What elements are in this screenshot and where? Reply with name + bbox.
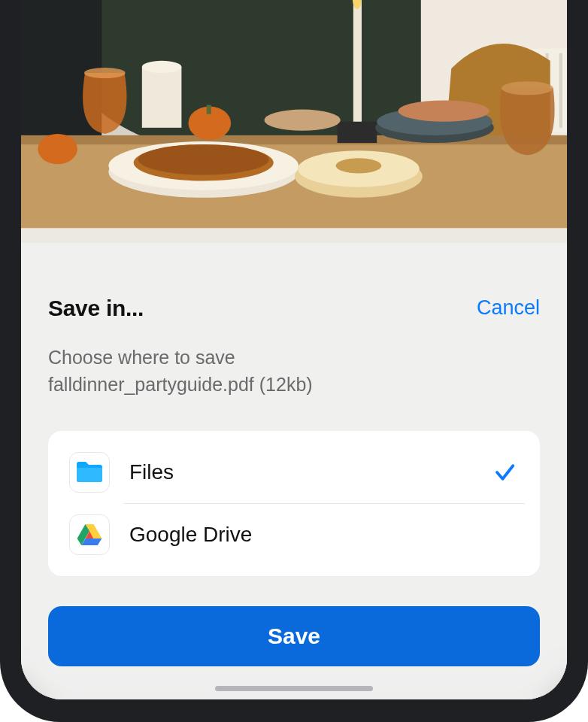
svg-rect-16 <box>142 67 182 128</box>
option-label: Files <box>129 460 493 484</box>
svg-point-26 <box>265 110 341 131</box>
option-google-drive[interactable]: Google Drive <box>63 504 525 566</box>
google-drive-icon <box>69 514 110 555</box>
home-indicator[interactable] <box>215 686 373 691</box>
svg-point-33 <box>336 158 382 173</box>
svg-point-17 <box>142 61 182 73</box>
option-label: Google Drive <box>129 523 519 547</box>
option-files[interactable]: Files <box>63 441 525 503</box>
cancel-button[interactable]: Cancel <box>477 296 540 320</box>
svg-point-21 <box>38 134 77 164</box>
subtitle-line-2: falldinner_partyguide.pdf (12kb) <box>48 374 313 395</box>
svg-point-18 <box>84 68 126 78</box>
sheet-title: Save in... <box>48 296 144 321</box>
svg-point-19 <box>502 81 553 95</box>
svg-rect-15 <box>338 122 377 143</box>
sheet-subtitle: Choose where to save falldinner_partygui… <box>48 344 540 399</box>
screen: Save in... Cancel Choose where to save f… <box>21 0 567 699</box>
svg-rect-12 <box>21 135 567 144</box>
subtitle-line-1: Choose where to save <box>48 347 235 368</box>
sheet-header: Save in... Cancel <box>48 296 540 321</box>
svg-rect-13 <box>353 0 362 129</box>
save-button[interactable]: Save <box>48 606 540 666</box>
files-app-icon <box>69 452 110 493</box>
save-sheet: Save in... Cancel Choose where to save f… <box>21 243 567 700</box>
checkmark-icon <box>493 461 516 484</box>
svg-point-30 <box>138 144 269 174</box>
destination-options: Files Google Drive <box>48 431 540 576</box>
device-frame: Save in... Cancel Choose where to save f… <box>0 0 588 722</box>
svg-rect-22 <box>207 105 211 114</box>
svg-point-25 <box>398 100 489 121</box>
